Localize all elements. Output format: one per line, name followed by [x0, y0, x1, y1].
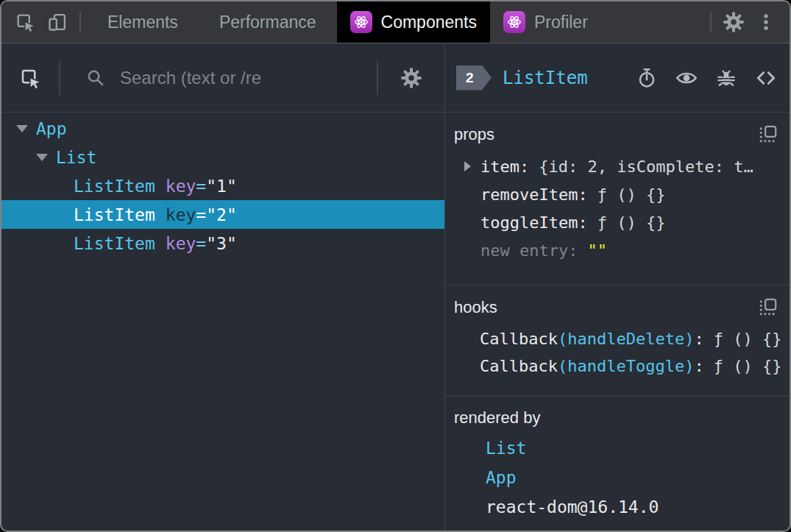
tab-components[interactable]: Components: [337, 1, 490, 43]
tree-row-list[interactable]: List: [1, 143, 444, 171]
rendered-by-list-link[interactable]: List: [445, 433, 790, 463]
props-title: props: [454, 125, 494, 144]
hooks-section: hooks: [445, 285, 790, 397]
rendered-by-react-dom-version: react-dom@16.14.0: [445, 492, 790, 522]
tree-row-app[interactable]: App: [1, 114, 444, 143]
tab-performance-label: Performance: [219, 13, 316, 32]
search-icon: [85, 68, 105, 88]
devtools-window: Elements Performance Components: [0, 0, 791, 532]
device-toolbar-icon[interactable]: [41, 1, 74, 43]
tab-elements[interactable]: Elements: [87, 1, 199, 43]
hook-row-handleToggle: Callback(handleToggle):ƒ () {}: [445, 352, 790, 380]
inspect-component-icon[interactable]: [1, 67, 59, 89]
caret-down-icon[interactable]: [16, 125, 28, 132]
caret-down-icon[interactable]: [36, 154, 48, 161]
prop-row-removeItem[interactable]: removeItem:ƒ () {}: [445, 180, 790, 208]
eye-icon[interactable]: [675, 66, 698, 90]
inspect-cursor-icon[interactable]: [9, 1, 41, 43]
tabbar-separator: [710, 12, 712, 32]
tab-elements-label: Elements: [107, 13, 178, 32]
component-name: App: [36, 119, 67, 138]
component-name: ListItem: [74, 177, 155, 196]
gear-icon[interactable]: [717, 11, 750, 33]
tab-profiler[interactable]: Profiler: [490, 1, 601, 43]
components-tree-pane: App List ListItemkey="1" ListItemkey="2"…: [1, 43, 445, 531]
key-attribute: key="1": [166, 177, 237, 196]
tree-row-listitem-1[interactable]: ListItemkey="1": [1, 171, 444, 200]
tabbar-lead-icons: [1, 1, 74, 43]
tree-row-listitem-2-selected[interactable]: ListItemkey="2": [1, 200, 444, 229]
tabbar-separator: [79, 12, 81, 32]
copy-icon[interactable]: [758, 124, 778, 144]
devtools-main: App List ListItemkey="1" ListItemkey="2"…: [1, 43, 790, 531]
code-brackets-icon[interactable]: [754, 66, 778, 90]
component-name: ListItem: [74, 205, 155, 224]
tree-settings-gear-icon[interactable]: [378, 67, 444, 89]
hooks-title: hooks: [454, 298, 497, 317]
key-attribute: key="2": [166, 205, 237, 224]
element-count-badge: 2: [456, 65, 492, 91]
bug-icon[interactable]: [715, 67, 737, 89]
prop-row-item[interactable]: item:{id: 2, isComplete: t…: [445, 152, 790, 180]
stopwatch-icon[interactable]: [636, 67, 658, 89]
rendered-by-title: rendered by: [454, 408, 540, 428]
component-name: List: [56, 148, 96, 167]
inspector-header: 2 ListItem: [445, 43, 790, 113]
key-attribute: key="3": [166, 234, 237, 253]
tab-profiler-label: Profiler: [534, 13, 588, 32]
hook-row-handleDelete: Callback(handleDelete):ƒ () {}: [445, 325, 790, 352]
copy-icon[interactable]: [758, 297, 778, 317]
component-tree: App List ListItemkey="1" ListItemkey="2"…: [1, 113, 444, 531]
tree-row-listitem-3[interactable]: ListItemkey="3": [1, 229, 444, 258]
react-logo-icon: [503, 11, 525, 33]
tab-performance[interactable]: Performance: [199, 1, 337, 43]
search-input[interactable]: [120, 68, 377, 88]
rendered-by-section: rendered by List App react-dom@16.14.0: [445, 397, 790, 531]
tabbar-right-icons: [704, 1, 790, 43]
react-logo-icon: [350, 11, 372, 33]
rendered-by-app-link[interactable]: App: [445, 463, 790, 492]
tree-toolbar: [1, 43, 444, 113]
prop-row-toggleItem[interactable]: toggleItem:ƒ () {}: [445, 208, 790, 236]
inspector-actions: [636, 66, 790, 90]
prop-row-new-entry[interactable]: new entry:"": [445, 236, 790, 264]
search-box: [60, 68, 377, 88]
caret-right-icon[interactable]: [464, 161, 471, 171]
kebab-menu-icon[interactable]: [750, 13, 782, 32]
props-section: props: [445, 113, 790, 285]
devtools-tabbar: Elements Performance Components: [1, 1, 790, 43]
selected-component-name: ListItem: [503, 68, 588, 88]
tab-components-label: Components: [381, 13, 477, 32]
component-name: ListItem: [74, 234, 155, 253]
component-inspector-pane: 2 ListItem: [445, 43, 790, 531]
